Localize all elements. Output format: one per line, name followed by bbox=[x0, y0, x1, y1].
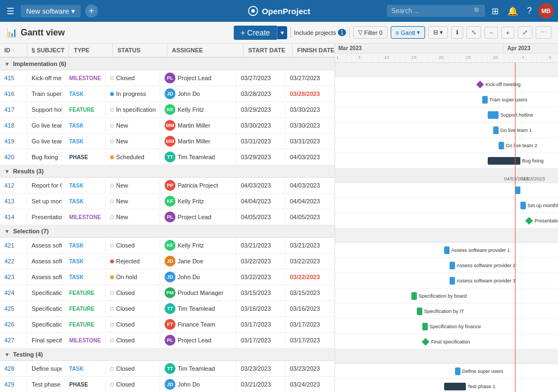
gantt-day: 15 bbox=[411, 53, 417, 62]
create-dropdown-arrow[interactable]: ▾ bbox=[277, 26, 287, 39]
table-row[interactable]: 413 Set up monthly status report TASK Ne… bbox=[0, 194, 335, 209]
table-row[interactable]: 421 Assess software provider 1 TASK Clos… bbox=[0, 238, 335, 254]
zoom-in-button[interactable]: + bbox=[501, 27, 514, 39]
table-row[interactable]: 417 Support hotline FEATURE In specifica… bbox=[0, 102, 335, 118]
table-row[interactable]: 415 Kick-off meeting MILESTONE Closed PL… bbox=[0, 70, 335, 86]
col-type[interactable]: TYPE bbox=[69, 44, 113, 57]
status-dot bbox=[110, 215, 114, 219]
col-id[interactable]: ID ↑ bbox=[0, 44, 27, 57]
cell-finish: 03/28/2023 bbox=[286, 88, 335, 99]
cell-finish: 03/16/2023 bbox=[286, 303, 335, 314]
status-dot bbox=[110, 92, 114, 96]
cell-finish: 04/03/2023 bbox=[286, 180, 335, 191]
include-projects[interactable]: Include projects 1 bbox=[294, 29, 347, 36]
cell-subject: Assess software provider 2 bbox=[27, 256, 62, 267]
gantt-day-row: 1510152025304914192429 bbox=[335, 53, 558, 62]
cell-status: New bbox=[106, 120, 160, 131]
search-input[interactable] bbox=[387, 5, 485, 17]
hamburger-icon[interactable]: ☰ bbox=[4, 4, 16, 19]
cell-type: TASK bbox=[62, 240, 106, 251]
zoom-out-button[interactable]: − bbox=[484, 27, 498, 39]
page-title: 📊 Gantt view bbox=[7, 27, 65, 38]
zoom-fit-button[interactable]: ⤡ bbox=[466, 26, 481, 39]
logo: OpenProject bbox=[247, 5, 310, 16]
cell-start: 03/16/2023 bbox=[236, 303, 286, 314]
col-subject[interactable]: § SUBJECT bbox=[27, 44, 69, 57]
cell-assignee: MM Martin Miller bbox=[160, 118, 236, 133]
create-button[interactable]: + Create bbox=[234, 26, 276, 40]
table-row[interactable]: 426 Specification by finance FEATURE Clo… bbox=[0, 317, 335, 333]
cell-type: MILESTONE bbox=[62, 73, 106, 84]
cell-status: Closed bbox=[106, 73, 160, 83]
table-row[interactable]: 428 Define super users TASK Closed TT Ti… bbox=[0, 361, 335, 377]
table-row[interactable]: 429 Test phase 1 PHASE Closed JD John Do… bbox=[0, 377, 335, 392]
table-row[interactable]: 416 Train super users TASK In progress J… bbox=[0, 86, 335, 102]
table-row[interactable]: 425 Specification by IT FEATURE Closed T… bbox=[0, 301, 335, 317]
status-dot bbox=[110, 307, 114, 311]
cell-id: 424 bbox=[0, 287, 27, 298]
group-header-1[interactable]: ▼Results (3) bbox=[0, 165, 335, 178]
gantt-bar-label: Support hotline bbox=[500, 112, 533, 118]
more-options-button[interactable]: ⋯ bbox=[536, 26, 551, 39]
table-row[interactable]: 424 Specification by board FEATURE Close… bbox=[0, 285, 335, 301]
avatar: PL bbox=[165, 335, 175, 346]
toolbar-actions: + Create ▾ Include projects 1 ▽ Filter 0… bbox=[234, 26, 551, 40]
table-row[interactable]: 418 Go live team 1 TASK New MM Martin Mi… bbox=[0, 118, 335, 134]
cell-assignee: FT Finance Team bbox=[160, 317, 236, 332]
cell-type: TASK bbox=[62, 180, 106, 191]
avatar: TT bbox=[165, 363, 175, 374]
avatar[interactable]: MB bbox=[538, 3, 554, 19]
gantt-bar-label: Assess software provider 2 bbox=[457, 263, 515, 268]
status-dot bbox=[110, 124, 114, 128]
bell-icon[interactable]: 🔔 bbox=[505, 4, 520, 19]
avatar: JD bbox=[165, 88, 175, 99]
cell-assignee: JD John Do bbox=[160, 377, 236, 392]
sort-icon: ↑ bbox=[12, 47, 15, 53]
status-dot bbox=[110, 155, 114, 159]
gantt-day: 5 bbox=[357, 53, 362, 62]
gantt-row: Assess software provider 2 bbox=[335, 258, 558, 273]
cell-start: 03/29/2023 bbox=[236, 104, 286, 115]
status-dot bbox=[110, 184, 114, 188]
cell-finish: 04/03/2023 bbox=[286, 152, 335, 162]
help-icon[interactable]: ? bbox=[525, 4, 534, 18]
table-row[interactable]: 423 Assess software provider 3 TASK On h… bbox=[0, 269, 335, 285]
info-button[interactable]: ℹ bbox=[451, 26, 463, 39]
table-row[interactable]: 427 Final specification MILESTONE Closed… bbox=[0, 333, 335, 348]
group-header-3[interactable]: ▼Testing (4) bbox=[0, 348, 335, 361]
table-row[interactable]: 419 Go live team 2 TASK New MM Martin Mi… bbox=[0, 134, 335, 149]
filter-button[interactable]: ▽ Filter 0 bbox=[353, 26, 387, 39]
cell-type: TASK bbox=[62, 120, 106, 131]
table-row[interactable]: 420 Bug fixing PHASE Scheduled TT Tim Te… bbox=[0, 149, 335, 165]
cell-assignee: JD Jane Doe bbox=[160, 254, 236, 269]
gantt-view-button[interactable]: ≡ Gantt ▾ bbox=[391, 26, 425, 39]
cell-type: MILESTONE bbox=[62, 212, 106, 223]
gantt-day bbox=[477, 53, 482, 62]
col-assignee[interactable]: ASSIGNEE bbox=[167, 44, 244, 57]
fullscreen-button[interactable]: ⤢ bbox=[518, 26, 532, 39]
cell-status: On hold bbox=[106, 272, 160, 282]
table-row[interactable]: 414 Presentation to board MILESTONE New … bbox=[0, 209, 335, 225]
col-status[interactable]: STATUS bbox=[113, 44, 167, 57]
cell-assignee: KF Kelly Fritz bbox=[160, 102, 236, 117]
cell-finish: 03/17/2023 bbox=[286, 319, 335, 330]
grid-icon[interactable]: ⊞ bbox=[489, 4, 501, 19]
gantt-day bbox=[542, 53, 548, 62]
table-row[interactable]: 412 Report for CEO TASK New PP Patricia … bbox=[0, 178, 335, 194]
group-header-2[interactable]: ▼Selection (7) bbox=[0, 225, 335, 238]
group-header-0[interactable]: ▼Implementation (6) bbox=[0, 58, 335, 70]
cell-type: FEATURE bbox=[62, 104, 106, 116]
col-finish[interactable]: FINISH DATE bbox=[293, 44, 335, 57]
cell-start: 03/27/2023 bbox=[236, 73, 286, 83]
cell-finish: 03/24/2023 bbox=[286, 379, 335, 390]
gantt-day bbox=[510, 53, 515, 62]
gantt-group-row bbox=[335, 228, 558, 243]
project-selector[interactable]: New software ▾ bbox=[21, 5, 81, 17]
table-row[interactable]: 422 Assess software provider 2 TASK Reje… bbox=[0, 254, 335, 269]
add-button[interactable]: + bbox=[85, 4, 98, 17]
cell-id: 417 bbox=[0, 104, 27, 115]
display-options-button[interactable]: ⊟ ▾ bbox=[428, 26, 448, 39]
col-start[interactable]: START DATE bbox=[244, 44, 293, 57]
gantt-bar-label: Specification by board bbox=[418, 293, 467, 299]
cell-subject: Specification by board bbox=[27, 287, 62, 298]
